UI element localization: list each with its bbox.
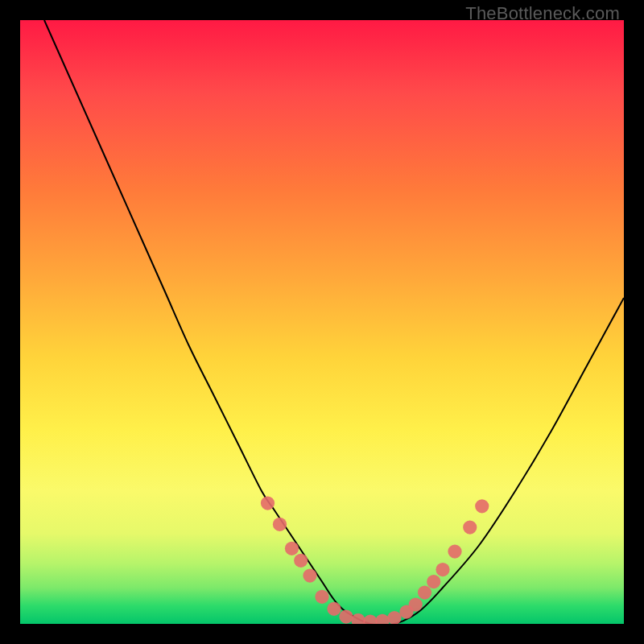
marker-group [261, 496, 489, 624]
chart-container: TheBottleneck.com [0, 0, 644, 644]
watermark-text: TheBottleneck.com [465, 3, 620, 24]
marker-dot [339, 609, 353, 623]
marker-dot [436, 563, 449, 576]
marker-dot [463, 520, 477, 534]
marker-dot [387, 611, 401, 624]
marker-dot [409, 597, 423, 611]
plot-area [20, 20, 624, 624]
marker-dot [327, 602, 341, 616]
marker-dot [475, 499, 489, 513]
marker-dot [273, 518, 287, 531]
marker-dot [363, 614, 377, 624]
marker-dot [285, 542, 299, 555]
marker-dot [427, 575, 440, 588]
chart-svg [20, 20, 624, 624]
marker-dot [351, 613, 365, 624]
marker-dot [375, 614, 389, 624]
marker-dot [418, 585, 431, 599]
marker-dot [261, 496, 275, 510]
bottleneck-curve [44, 20, 624, 624]
marker-dot [294, 554, 308, 568]
marker-dot [448, 544, 461, 558]
marker-dot [315, 590, 328, 604]
marker-dot [303, 568, 316, 582]
